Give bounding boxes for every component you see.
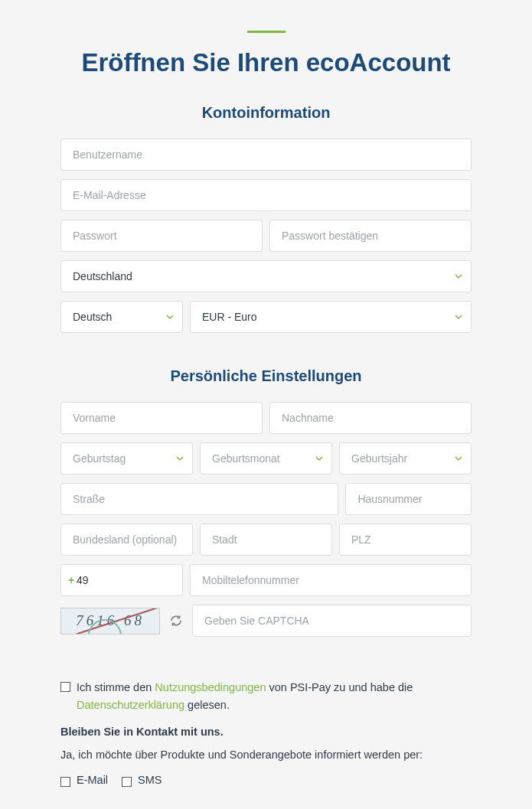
birth-month-select[interactable]: Geburtsmonat	[200, 442, 332, 475]
registration-form: Eröffnen Sie Ihren ecoAccount Kontoinfor…	[34, 31, 498, 789]
terms-checkbox[interactable]	[60, 682, 70, 692]
zip-input[interactable]	[339, 524, 472, 556]
street-input[interactable]	[60, 483, 338, 515]
section-personal-heading: Persönliche Einstellungen	[60, 367, 472, 385]
terms-text: Ich stimme den Nutzungsbedingungen von P…	[77, 679, 472, 714]
birth-year-select[interactable]: Geburtsjahr	[339, 442, 472, 475]
password-confirm-input[interactable]	[269, 220, 472, 252]
email-input[interactable]	[60, 179, 472, 211]
currency-select[interactable]: EUR - Euro	[190, 301, 472, 333]
terms-section: Ich stimme den Nutzungsbedingungen von P…	[60, 679, 472, 789]
plus-icon: +	[68, 574, 74, 586]
lastname-input[interactable]	[269, 402, 472, 434]
captcha-input[interactable]	[192, 605, 472, 637]
city-input[interactable]	[200, 524, 332, 556]
privacy-link[interactable]: Datenschutzerklärung	[77, 699, 184, 711]
contact-heading: Bleiben Sie in Kontakt mit uns.	[60, 723, 472, 741]
state-input[interactable]	[60, 524, 193, 556]
section-account-heading: Kontoinformation	[60, 104, 472, 122]
phone-input[interactable]	[190, 564, 472, 596]
contact-info: Ja, ich möchte über Produkte und Sondera…	[60, 746, 472, 764]
email-checkbox-label: E-Mail	[77, 771, 108, 789]
sms-checkbox-label: SMS	[138, 771, 162, 789]
terms-link[interactable]: Nutzungsbedingungen	[155, 681, 266, 693]
email-checkbox[interactable]	[60, 777, 70, 787]
house-number-input[interactable]	[345, 483, 472, 515]
sms-checkbox[interactable]	[122, 777, 132, 787]
birth-day-select[interactable]: Geburtstag	[60, 442, 193, 475]
captcha-image: 7616 68	[60, 608, 160, 634]
firstname-input[interactable]	[60, 402, 263, 434]
password-input[interactable]	[60, 220, 263, 252]
username-input[interactable]	[60, 139, 472, 171]
accent-divider	[247, 31, 286, 33]
phone-prefix-input[interactable]	[60, 564, 183, 596]
refresh-icon[interactable]	[169, 614, 183, 628]
country-select[interactable]: Deutschland	[60, 260, 472, 292]
language-select[interactable]: Deutsch	[60, 301, 183, 333]
page-title: Eröffnen Sie Ihren ecoAccount	[60, 48, 472, 77]
